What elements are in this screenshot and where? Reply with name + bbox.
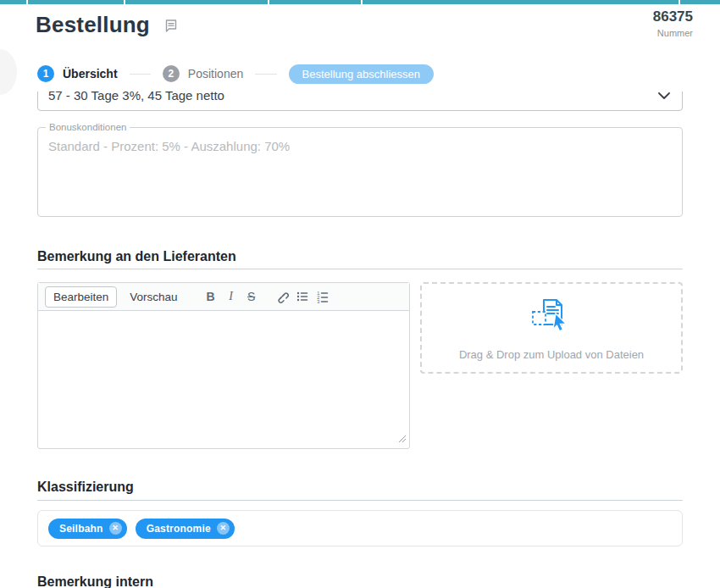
bonus-conditions-field[interactable]: Bonuskonditionen Standard - Prozent: 5% … (37, 127, 683, 217)
order-page: 57 - 30 Tage 3%, 45 Tage netto Bonuskond… (0, 0, 720, 588)
comment-icon[interactable] (163, 18, 179, 33)
tab-strip-segment (363, 0, 678, 4)
dropzone-label: Drag & Drop zum Upload von Dateien (459, 348, 644, 361)
chevron-down-icon (658, 92, 670, 99)
step-connector (130, 74, 151, 75)
svg-text:3: 3 (317, 299, 319, 303)
classification-tags-field[interactable]: Seilbahn ✕ Gastronomie ✕ (37, 510, 683, 546)
step-connector (255, 74, 276, 75)
bold-button[interactable]: B (201, 286, 221, 307)
tab-strip-segment (125, 0, 268, 4)
title-row: Bestellung (36, 12, 693, 38)
numbered-list-icon[interactable]: 1 2 3 (313, 286, 333, 307)
strikethrough-button[interactable]: S (241, 286, 262, 307)
section-divider (37, 269, 683, 269)
bonus-conditions-value: Standard - Prozent: 5% - Auszahlung: 70% (48, 139, 290, 153)
tab-preview[interactable]: Vorschau (122, 287, 185, 307)
top-tab-strip (0, 0, 720, 4)
page-title: Bestellung (36, 12, 150, 38)
upload-file-icon (530, 297, 573, 338)
tab-strip-segment (0, 0, 26, 4)
stepper: 1 Übersicht 2 Positionen Bestellung absc… (37, 64, 434, 83)
classification-heading: Klassifizierung (37, 480, 134, 495)
tab-strip-segment (680, 0, 720, 4)
remove-tag-icon[interactable]: ✕ (109, 522, 122, 535)
tag-chip[interactable]: Gastronomie ✕ (136, 519, 235, 539)
order-number-label: Nummer (653, 28, 693, 38)
bonus-conditions-label: Bonuskonditionen (46, 122, 130, 132)
finish-order-button[interactable]: Bestellung abschliessen (289, 64, 434, 84)
note-textarea[interactable] (38, 311, 409, 449)
tab-strip-segment (28, 0, 124, 4)
step-number-badge: 1 (37, 65, 54, 82)
tag-chip[interactable]: Seilbahn ✕ (48, 519, 127, 539)
supplier-note-editor: Bearbeiten Vorschau B I S (37, 282, 410, 449)
italic-button[interactable]: I (221, 286, 241, 307)
link-icon[interactable] (272, 286, 292, 307)
remove-tag-icon[interactable]: ✕ (217, 522, 230, 535)
step-number-badge: 2 (163, 65, 180, 82)
editor-toolbar: Bearbeiten Vorschau B I S (38, 283, 409, 311)
tab-edit[interactable]: Bearbeiten (45, 286, 117, 308)
order-number-block: 86375 Nummer (653, 8, 693, 38)
step-label: Übersicht (63, 67, 118, 80)
tag-label: Seilbahn (59, 523, 103, 535)
resize-handle-icon[interactable] (398, 431, 407, 447)
internal-note-heading: Bemerkung intern (37, 574, 153, 588)
page-header: Bestellung 86375 Nummer 1 Übersicht 2 Po… (0, 0, 720, 92)
step-positions[interactable]: 2 Positionen (163, 65, 243, 82)
supplier-note-heading: Bemerkung an den Lieferanten (37, 249, 236, 264)
file-dropzone[interactable]: Drag & Drop zum Upload von Dateien (420, 282, 683, 374)
tab-strip-segment (269, 0, 361, 4)
step-overview[interactable]: 1 Übersicht (37, 65, 118, 82)
section-divider (37, 500, 683, 501)
order-number: 86375 (653, 8, 693, 25)
bullet-list-icon[interactable] (292, 286, 313, 307)
tag-label: Gastronomie (147, 523, 211, 535)
step-label: Positionen (188, 67, 243, 80)
